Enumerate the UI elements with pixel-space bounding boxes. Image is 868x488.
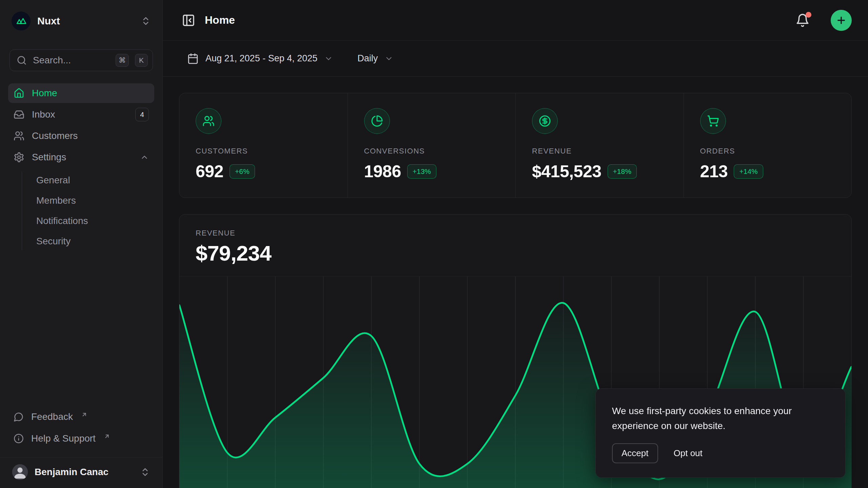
sidebar-footer: Feedback Help & Support (8, 407, 154, 448)
stat-value: $415,523 (532, 162, 601, 181)
stat-value: 692 (196, 162, 223, 181)
user-menu[interactable]: Benjamin Canac (8, 458, 154, 485)
sidebar-item-label: Customers (32, 130, 149, 141)
stat-label: CUSTOMERS (196, 147, 331, 156)
revenue-label: REVENUE (196, 229, 835, 238)
sidebar: Nuxt Search... ⌘ K Home (0, 0, 163, 488)
kbd-k: K (135, 54, 148, 67)
sidebar-item-general[interactable]: General (32, 171, 154, 189)
sidebar-nav: Home Inbox 4 Customers Settings (8, 83, 154, 251)
calendar-icon (187, 53, 199, 64)
chevrons-up-down-icon (141, 16, 151, 26)
inbox-icon (14, 109, 24, 120)
stat-label: CONVERSIONS (364, 147, 499, 156)
sidebar-item-label: Members (36, 195, 150, 206)
kbd-cmd: ⌘ (116, 54, 129, 67)
sidebar-item-label: Settings (32, 152, 133, 163)
info-circle-icon (14, 433, 24, 444)
change-badge: +14% (734, 164, 763, 179)
pie-chart-icon (364, 108, 390, 134)
sidebar-item-label: Feedback (31, 411, 73, 422)
cart-icon (700, 108, 726, 134)
team-switcher[interactable]: Nuxt (8, 9, 154, 33)
sidebar-item-inbox[interactable]: Inbox 4 (8, 105, 154, 124)
brand-name: Nuxt (37, 15, 60, 27)
granularity-label: Daily (357, 53, 378, 64)
sidebar-collapse-button[interactable] (182, 14, 195, 27)
add-button[interactable] (831, 10, 852, 31)
change-badge: +13% (407, 164, 436, 179)
page-header: Home (163, 0, 868, 41)
sidebar-item-feedback[interactable]: Feedback (8, 407, 154, 427)
search-placeholder: Search... (33, 55, 110, 66)
dollar-circle-icon (532, 108, 558, 134)
granularity-select[interactable]: Daily (357, 53, 393, 64)
panel-left-close-icon (182, 14, 195, 27)
filters-toolbar: Aug 21, 2025 - Sep 4, 2025 Daily (163, 41, 868, 77)
optout-button[interactable]: Opt out (674, 448, 703, 459)
users-icon (196, 108, 221, 134)
nuxt-logo-icon (12, 12, 31, 30)
sidebar-item-security[interactable]: Security (32, 232, 154, 250)
search-input[interactable]: Search... ⌘ K (9, 49, 153, 71)
sidebar-item-members[interactable]: Members (32, 192, 154, 209)
external-link-icon (81, 411, 87, 418)
stat-card-orders: ORDERS 213 +14% (684, 93, 852, 198)
date-range-picker[interactable]: Aug 21, 2025 - Sep 4, 2025 (187, 53, 333, 64)
sidebar-item-label: Notifications (36, 216, 150, 226)
accept-button[interactable]: Accept (612, 443, 658, 463)
user-name: Benjamin Canac (35, 467, 133, 477)
chevron-down-icon (324, 54, 333, 63)
cookie-banner: We use first-party cookies to enhance yo… (595, 388, 846, 478)
home-icon (14, 88, 24, 99)
chevron-down-icon (384, 54, 393, 63)
notification-dot (806, 12, 811, 18)
inbox-count-badge: 4 (135, 108, 149, 121)
chevrons-up-down-icon (140, 467, 150, 477)
sidebar-item-label: Security (36, 236, 150, 247)
date-range-label: Aug 21, 2025 - Sep 4, 2025 (205, 53, 317, 64)
sidebar-item-label: Inbox (32, 109, 128, 120)
gear-icon (14, 152, 24, 163)
sidebar-item-customers[interactable]: Customers (8, 126, 154, 146)
search-icon (17, 55, 27, 65)
sidebar-item-notifications[interactable]: Notifications (32, 212, 154, 230)
sidebar-item-home[interactable]: Home (8, 83, 154, 103)
stat-card-conversions: CONVERSIONS 1986 +13% (348, 93, 516, 198)
stat-card-revenue: REVENUE $415,523 +18% (515, 93, 684, 198)
sidebar-item-settings[interactable]: Settings (8, 147, 154, 167)
stat-card-customers: CUSTOMERS 692 +6% (179, 93, 348, 198)
stats-card: CUSTOMERS 692 +6% CONVERSIONS 1986 +13% (179, 93, 852, 198)
notifications-button[interactable] (795, 13, 810, 27)
change-badge: +6% (230, 164, 255, 179)
settings-subnav: General Members Notifications Security (22, 171, 154, 250)
avatar (12, 464, 28, 480)
plus-icon (836, 15, 847, 26)
page-title: Home (205, 14, 786, 26)
external-link-icon (104, 433, 110, 440)
stat-value: 213 (700, 162, 728, 181)
sidebar-item-label: General (36, 175, 150, 186)
message-bubble-icon (14, 412, 24, 422)
users-icon (14, 130, 24, 141)
stat-value: 1986 (364, 162, 401, 181)
change-badge: +18% (608, 164, 637, 179)
stat-label: REVENUE (532, 147, 667, 156)
stat-label: ORDERS (700, 147, 835, 156)
cookie-message: We use first-party cookies to enhance yo… (612, 404, 829, 433)
sidebar-item-label: Help & Support (31, 433, 96, 444)
revenue-total: $79,234 (196, 241, 835, 265)
chevron-up-icon (140, 153, 149, 162)
sidebar-item-label: Home (32, 88, 149, 99)
sidebar-item-help-support[interactable]: Help & Support (8, 429, 154, 448)
